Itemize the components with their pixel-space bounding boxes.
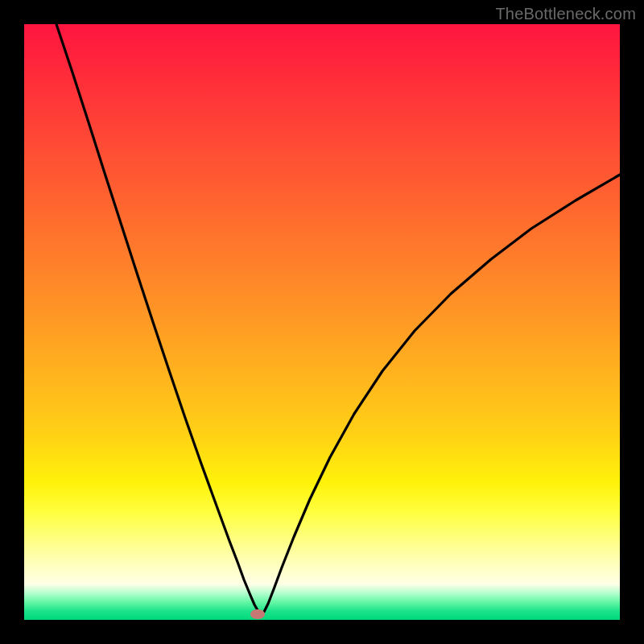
bottleneck-curve [24,24,620,620]
chart-frame: TheBottleneck.com [0,0,644,644]
watermark-text: TheBottleneck.com [495,5,636,23]
minimum-marker [250,609,265,619]
plot-area [24,24,620,620]
